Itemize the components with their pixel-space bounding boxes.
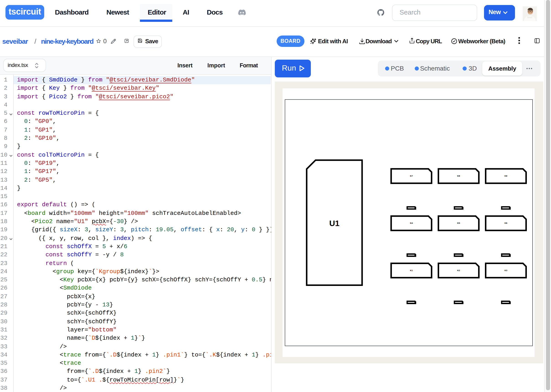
svg-text:U1: U1 xyxy=(329,218,339,227)
svg-text:K3: K3 xyxy=(504,269,507,271)
svg-text:K8: K8 xyxy=(457,174,460,177)
svg-text:K2: K2 xyxy=(457,269,460,271)
svg-text:K6: K6 xyxy=(504,222,507,224)
svg-text:K9: K9 xyxy=(504,174,507,177)
svg-text:K1: K1 xyxy=(410,269,413,271)
svg-text:K7: K7 xyxy=(410,174,413,177)
svg-text:K4: K4 xyxy=(410,222,413,224)
svg-text:K5: K5 xyxy=(457,222,460,224)
